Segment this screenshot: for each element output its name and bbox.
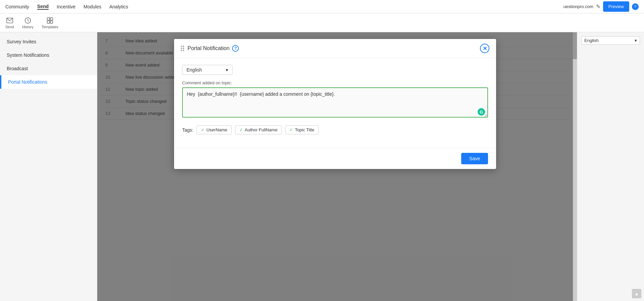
sidebar-item-system-notifications[interactable]: System Notifications [0, 48, 97, 62]
tag-username[interactable]: ✓ UserName [197, 125, 231, 134]
toolbar-history[interactable]: History [22, 17, 34, 29]
modal-footer: Save [174, 148, 496, 169]
save-button[interactable]: Save [461, 153, 488, 164]
top-navigation: Community Send Incentive Modules Analyti… [0, 0, 644, 13]
toolbar-templates[interactable]: Templates [42, 17, 58, 29]
svg-text:G: G [480, 110, 483, 115]
help-icon[interactable]: ? [632, 3, 639, 10]
vertical-scrollbar[interactable] [573, 32, 577, 301]
tags-row: Tags: ✓ UserName ✓ Author FullName ✓ Top… [182, 125, 488, 134]
nav-modules[interactable]: Modules [84, 4, 101, 9]
check-icon-username: ✓ [201, 127, 205, 132]
right-panel: English ▾ ▲ [577, 32, 644, 301]
language-dropdown[interactable]: English ▾ [182, 65, 232, 75]
drag-handle[interactable] [181, 46, 184, 51]
content-area: 7New idea added8New document available9N… [97, 32, 573, 301]
preview-button[interactable]: Preview [603, 1, 629, 12]
scroll-up-button[interactable]: ▲ [632, 289, 641, 298]
right-panel-language[interactable]: English ▾ [581, 36, 640, 45]
sidebar: Survey Invites System Notifications Broa… [0, 32, 97, 301]
modal-header: Portal Notification ? ✕ [174, 39, 496, 58]
sidebar-item-portal-notifications[interactable]: Portal Notifications [0, 75, 97, 89]
chevron-down-icon-right: ▾ [635, 38, 637, 43]
comment-label: Comment added on topic: [182, 80, 488, 85]
modal-help-icon[interactable]: ? [232, 45, 239, 52]
check-icon-topic: ✓ [289, 127, 293, 132]
tag-topic-title[interactable]: ✓ Topic Title [285, 125, 319, 134]
modal-body: English ▾ Comment added on topic: G [174, 58, 496, 148]
grammarly-icon: G [477, 108, 485, 116]
svg-rect-4 [47, 20, 50, 23]
textarea-wrapper: G [182, 87, 488, 119]
nav-analytics[interactable]: Analytics [109, 4, 128, 9]
check-icon-author: ✓ [239, 127, 243, 132]
nav-community[interactable]: Community [5, 4, 29, 9]
nav-send[interactable]: Send [37, 4, 49, 10]
svg-rect-3 [50, 17, 53, 20]
modal-dialog: Portal Notification ? ✕ English ▾ Commen… [174, 39, 496, 169]
modal-title-left: Portal Notification ? [181, 45, 239, 52]
modal-title: Portal Notification ? [187, 45, 239, 52]
main-layout: Survey Invites System Notifications Broa… [0, 32, 644, 301]
edit-icon[interactable]: ✎ [596, 3, 600, 10]
modal-close-button[interactable]: ✕ [480, 44, 489, 53]
toolbar: Send History Templates [0, 13, 644, 32]
toolbar-send[interactable]: Send [5, 17, 14, 29]
modal-overlay: Portal Notification ? ✕ English ▾ Commen… [97, 32, 573, 301]
nav-incentive[interactable]: Incentive [57, 4, 75, 9]
top-right-area: uestionpro.com ✎ Preview ? [564, 1, 639, 12]
domain-text: uestionpro.com [564, 4, 593, 9]
sidebar-item-survey-invites[interactable]: Survey Invites [0, 35, 97, 48]
tag-author-fullname[interactable]: ✓ Author FullName [235, 125, 282, 134]
svg-rect-2 [47, 17, 50, 20]
comment-textarea[interactable] [182, 87, 488, 118]
chevron-down-icon: ▾ [226, 67, 228, 73]
svg-rect-5 [50, 20, 53, 23]
sidebar-item-broadcast[interactable]: Broadcast [0, 62, 97, 75]
scrollbar-thumb[interactable] [573, 32, 577, 59]
tags-label: Tags: [182, 127, 193, 133]
